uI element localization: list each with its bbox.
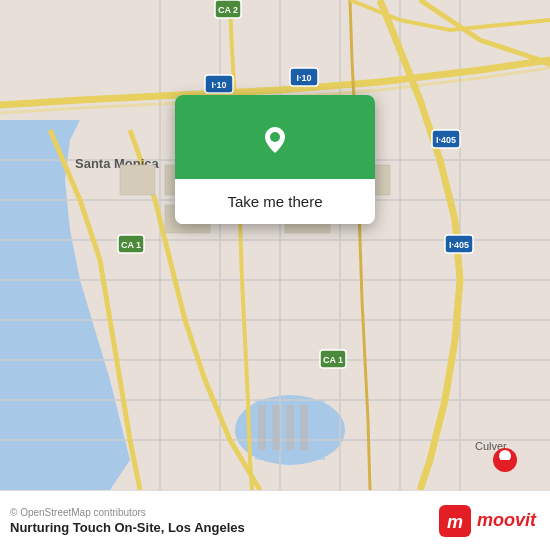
bottom-left: © OpenStreetMap contributors Nurturing T… <box>10 507 245 535</box>
bottom-bar: © OpenStreetMap contributors Nurturing T… <box>0 490 550 550</box>
moovit-logo: m moovit <box>439 505 536 537</box>
svg-text:CA 1: CA 1 <box>323 355 343 365</box>
svg-text:I·10: I·10 <box>296 73 311 83</box>
svg-text:CA 1: CA 1 <box>121 240 141 250</box>
popup-green-area <box>175 95 375 179</box>
svg-point-47 <box>270 132 280 142</box>
svg-text:I·10: I·10 <box>211 80 226 90</box>
map-container: I·10 I·10 I·405 I·405 CA 1 CA 1 CA 2 San… <box>0 0 550 490</box>
take-me-there-button[interactable]: Take me there <box>175 179 375 224</box>
svg-text:CA 2: CA 2 <box>218 5 238 15</box>
svg-text:I·405: I·405 <box>436 135 456 145</box>
moovit-brand-icon: m <box>439 505 471 537</box>
svg-rect-33 <box>120 165 155 195</box>
attribution: © OpenStreetMap contributors <box>10 507 245 518</box>
svg-text:m: m <box>447 512 463 532</box>
location-pin-icon <box>253 117 297 161</box>
svg-rect-45 <box>300 405 308 450</box>
moovit-text: moovit <box>477 510 536 531</box>
svg-text:I·405: I·405 <box>449 240 469 250</box>
place-name: Nurturing Touch On-Site, Los Angeles <box>10 520 245 535</box>
svg-rect-42 <box>258 405 266 450</box>
svg-rect-43 <box>272 405 280 450</box>
popup-card: Take me there <box>175 95 375 224</box>
svg-rect-44 <box>286 405 294 450</box>
